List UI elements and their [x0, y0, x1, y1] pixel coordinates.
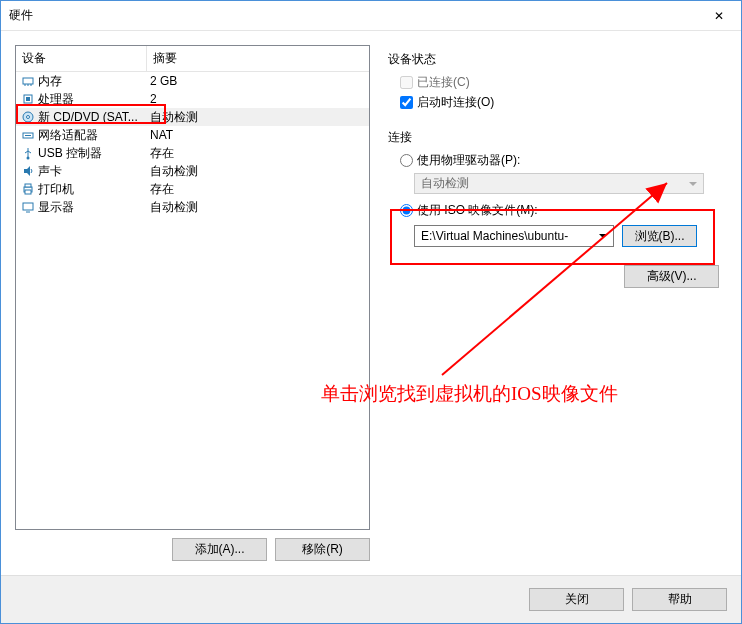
- svg-rect-9: [25, 135, 31, 136]
- device-summary: 存在: [144, 181, 365, 198]
- connection-group: 连接 使用物理驱动器(P): 自动检测 使用 ISO 映像文件(M): E:\V…: [388, 129, 727, 247]
- connected-label: 已连接(C): [417, 74, 470, 91]
- connected-checkbox-row: 已连接(C): [400, 74, 727, 91]
- hardware-dialog: 硬件 ✕ 设备 摘要 内存: [0, 0, 742, 624]
- remove-device-button[interactable]: 移除(R): [275, 538, 370, 561]
- advanced-row: 高级(V)...: [388, 265, 727, 288]
- device-name: USB 控制器: [38, 145, 102, 162]
- device-list: 设备 摘要 内存 2 GB: [15, 45, 370, 530]
- device-summary: 自动检测: [144, 163, 365, 180]
- device-row-network[interactable]: 网络适配器 NAT: [16, 126, 369, 144]
- device-summary: NAT: [144, 128, 365, 142]
- dialog-content: 设备 摘要 内存 2 GB: [1, 31, 741, 575]
- device-name: 内存: [38, 73, 62, 90]
- right-panel: 设备状态 已连接(C) 启动时连接(O) 连接 使用物理驱动器(P): 自动检测: [382, 45, 727, 561]
- device-row-usb[interactable]: USB 控制器 存在: [16, 144, 369, 162]
- titlebar: 硬件 ✕: [1, 1, 741, 31]
- device-row-display[interactable]: 显示器 自动检测: [16, 198, 369, 216]
- svg-rect-5: [26, 97, 30, 101]
- sound-icon: [20, 163, 36, 179]
- iso-row: E:\Virtual Machines\ubuntu- 浏览(B)...: [414, 225, 727, 247]
- device-row-memory[interactable]: 内存 2 GB: [16, 72, 369, 90]
- device-name: 打印机: [38, 181, 74, 198]
- device-row-cddvd[interactable]: 新 CD/DVD (SAT... 自动检测: [16, 108, 369, 126]
- svg-marker-11: [24, 166, 30, 176]
- device-row-sound[interactable]: 声卡 自动检测: [16, 162, 369, 180]
- memory-icon: [20, 73, 36, 89]
- use-physical-radio[interactable]: [400, 154, 413, 167]
- connected-checkbox: [400, 76, 413, 89]
- device-name: 网络适配器: [38, 127, 98, 144]
- advanced-button[interactable]: 高级(V)...: [624, 265, 719, 288]
- device-name: 新 CD/DVD (SAT...: [38, 109, 138, 126]
- svg-point-10: [27, 157, 30, 160]
- usb-icon: [20, 145, 36, 161]
- svg-rect-13: [25, 184, 31, 187]
- device-summary: 2: [144, 92, 365, 106]
- connect-on-poweron-label: 启动时连接(O): [417, 94, 494, 111]
- device-row-printer[interactable]: 打印机 存在: [16, 180, 369, 198]
- svg-rect-0: [23, 78, 33, 84]
- dialog-bottom-bar: 关闭 帮助: [1, 575, 741, 623]
- device-name: 显示器: [38, 199, 74, 216]
- device-status-label: 设备状态: [388, 51, 727, 68]
- device-row-cpu[interactable]: 处理器 2: [16, 90, 369, 108]
- use-iso-row[interactable]: 使用 ISO 映像文件(M):: [400, 202, 727, 219]
- disc-icon: [20, 109, 36, 125]
- window-title: 硬件: [9, 7, 696, 24]
- device-summary: 2 GB: [144, 74, 365, 88]
- use-iso-label: 使用 ISO 映像文件(M):: [417, 202, 538, 219]
- header-summary: 摘要: [146, 46, 369, 71]
- device-name: 处理器: [38, 91, 74, 108]
- use-iso-radio[interactable]: [400, 204, 413, 217]
- physical-drive-value: 自动检测: [421, 175, 469, 192]
- header-device: 设备: [16, 46, 146, 71]
- device-summary: 自动检测: [144, 199, 365, 216]
- close-icon: ✕: [714, 9, 724, 23]
- physical-drive-combo: 自动检测: [414, 173, 704, 194]
- dialog-help-button[interactable]: 帮助: [632, 588, 727, 611]
- display-icon: [20, 199, 36, 215]
- connection-label: 连接: [388, 129, 727, 146]
- annotation-text: 单击浏览找到虚拟机的IOS映像文件: [321, 381, 618, 407]
- device-name: 声卡: [38, 163, 62, 180]
- iso-path-combo[interactable]: E:\Virtual Machines\ubuntu-: [414, 225, 614, 247]
- dialog-close-button[interactable]: 关闭: [529, 588, 624, 611]
- svg-point-7: [27, 116, 30, 119]
- browse-button[interactable]: 浏览(B)...: [622, 225, 697, 247]
- device-summary: 自动检测: [144, 109, 365, 126]
- svg-rect-15: [23, 203, 33, 210]
- device-summary: 存在: [144, 145, 365, 162]
- add-device-button[interactable]: 添加(A)...: [172, 538, 267, 561]
- network-icon: [20, 127, 36, 143]
- use-physical-row[interactable]: 使用物理驱动器(P):: [400, 152, 727, 169]
- svg-rect-14: [25, 190, 31, 194]
- connect-on-poweron-row[interactable]: 启动时连接(O): [400, 94, 727, 111]
- device-list-header: 设备 摘要: [16, 46, 369, 72]
- left-panel: 设备 摘要 内存 2 GB: [15, 45, 370, 561]
- close-button[interactable]: ✕: [696, 1, 741, 30]
- iso-path-value: E:\Virtual Machines\ubuntu-: [421, 229, 568, 243]
- cpu-icon: [20, 91, 36, 107]
- device-list-buttons: 添加(A)... 移除(R): [15, 538, 370, 561]
- connect-on-poweron-checkbox[interactable]: [400, 96, 413, 109]
- printer-icon: [20, 181, 36, 197]
- use-physical-label: 使用物理驱动器(P):: [417, 152, 520, 169]
